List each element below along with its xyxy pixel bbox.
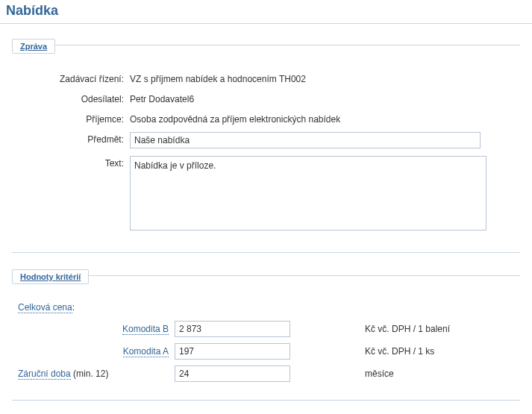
legend-hodnoty[interactable]: Hodnoty kritérií — [12, 269, 89, 284]
fieldset-bottom-line — [12, 252, 520, 253]
link-komodita-b[interactable]: Komodita B — [122, 324, 169, 335]
legend-zprava[interactable]: Zpráva — [12, 39, 55, 54]
input-predmet[interactable] — [130, 132, 481, 148]
unit-komodita-b: Kč vč. DPH / 1 balení — [290, 324, 450, 334]
page-title: Nabídka — [0, 0, 532, 23]
label-predmet: Předmět: — [18, 132, 130, 145]
criteria-row: Komodita B Kč vč. DPH / 1 balení — [18, 321, 514, 337]
divider — [0, 23, 532, 24]
input-zarucni-doba[interactable] — [175, 366, 290, 382]
input-komodita-b[interactable] — [175, 321, 290, 337]
link-zarucni-doba[interactable]: Záruční doba — [18, 368, 71, 380]
link-celkova-cena[interactable]: Celková cena — [18, 302, 72, 313]
link-komodita-a[interactable]: Komodita A — [123, 346, 169, 357]
label-text: Text: — [18, 156, 130, 169]
label-odesilatel: Odesílatel: — [18, 92, 130, 104]
fieldset-zprava: Zpráva Zadávací řízení: VZ s příjmem nab… — [12, 34, 520, 253]
input-komodita-a[interactable] — [175, 343, 290, 360]
value-odesilatel: Petr Dodavatel6 — [130, 92, 514, 104]
fieldset-line — [12, 45, 520, 46]
zarucni-suffix: (min. 12) — [71, 368, 109, 379]
criteria-row: Záruční doba (min. 12) měsíce — [18, 366, 514, 382]
fieldset-hodnoty: Hodnoty kritérií Celková cena: Komodita … — [12, 265, 520, 401]
value-prijemce: Osoba zodpovědná za příjem elektronickýc… — [130, 112, 514, 125]
unit-zarucni: měsíce — [290, 368, 394, 379]
textarea-text[interactable]: Nabídka je v příloze. — [130, 156, 486, 230]
unit-komodita-a: Kč vč. DPH / 1 ks — [290, 346, 434, 357]
colon: : — [72, 302, 75, 313]
label-zadavaci-rizeni: Zadávací řízení: — [18, 72, 130, 84]
label-prijemce: Příjemce: — [18, 112, 130, 125]
fieldset-bottom-line — [12, 400, 520, 401]
criteria-row: Komodita A Kč vč. DPH / 1 ks — [18, 343, 514, 360]
value-zadavaci-rizeni: VZ s příjmem nabídek a hodnocením TH002 — [130, 72, 514, 84]
